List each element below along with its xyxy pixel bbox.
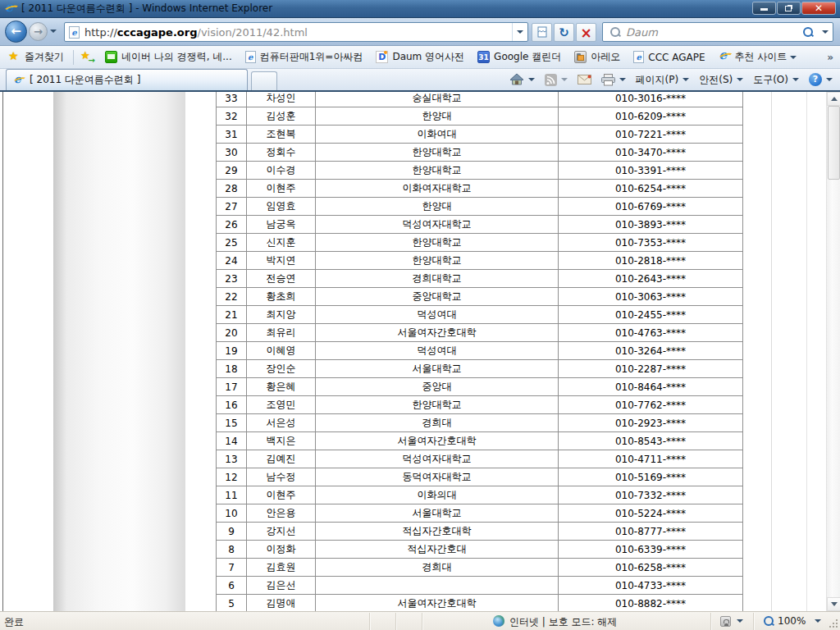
cell-school: 서울여자간호대학: [316, 595, 559, 612]
arrow-up-icon: [831, 97, 838, 101]
cell-no: 9: [217, 523, 247, 541]
search-go-button[interactable]: [798, 23, 818, 41]
scroll-down-button[interactable]: [827, 597, 840, 611]
cell-name: 남수정: [247, 468, 316, 486]
favorites-overflow-chevron[interactable]: »: [820, 52, 840, 63]
chevron-down-icon[interactable]: [815, 619, 821, 623]
naver-icon: [105, 51, 117, 63]
favorites-item[interactable]: Google 캘린더: [471, 48, 568, 66]
cell-school: [316, 577, 559, 595]
page-icon: [69, 26, 80, 39]
favorites-item[interactable]: 네이버 나의 경쟁력, 네...: [98, 48, 239, 66]
feeds-button[interactable]: [541, 71, 572, 89]
attendee-table: 33차성인숭실대학교010-3016-****32김성훈한양대010-6209-…: [216, 92, 743, 611]
window-title: [ 2011 다운여름수련회 ] - Windows Internet Expl…: [21, 2, 272, 16]
search-icon: [609, 26, 621, 38]
cell-no: 7: [217, 559, 247, 577]
favorites-item-label: Google 캘린더: [494, 50, 561, 64]
add-to-favorites-bar-button[interactable]: [77, 48, 98, 66]
favorites-item[interactable]: CCC AGAPE: [627, 48, 711, 66]
google-calendar-icon: [477, 51, 490, 63]
home-button[interactable]: [505, 71, 539, 89]
print-button[interactable]: [597, 71, 630, 89]
cell-name: 임영효: [247, 198, 316, 216]
minimize-button[interactable]: [752, 2, 776, 15]
tools-menu-button[interactable]: 도구(O): [749, 71, 803, 89]
cell-school: 중앙대학교: [316, 288, 559, 306]
ie-logo-icon: [3, 2, 18, 16]
forward-button[interactable]: →: [29, 22, 48, 41]
cell-phone: 010-5224-****: [559, 504, 743, 523]
stop-button[interactable]: ×: [576, 23, 596, 42]
table-row: 28이현주이화여자대학교010-6254-****: [217, 180, 743, 198]
close-button[interactable]: ✕: [801, 2, 836, 15]
cell-school: 서울대학교: [316, 504, 559, 523]
page-menu-button[interactable]: 페이지(P): [632, 71, 694, 89]
cell-phone: 010-7762-****: [559, 396, 743, 414]
help-menu-button[interactable]: ?: [805, 71, 837, 89]
compatibility-page-icon: [536, 26, 548, 39]
favorites-bar: 즐겨찾기 네이버 나의 경쟁력, 네...컴퓨터판매1위=아싸컴Daum 영어사…: [0, 46, 840, 69]
search-dropdown-button[interactable]: [818, 23, 833, 41]
separator: [395, 613, 396, 630]
back-button[interactable]: ←: [5, 21, 27, 43]
search-box[interactable]: Daum: [602, 22, 833, 42]
cell-school: 덕성여대: [316, 306, 559, 324]
close-icon: ✕: [802, 2, 835, 15]
history-dropdown-icon[interactable]: [50, 30, 57, 33]
ie-page-icon: [633, 51, 644, 63]
cell-name: 최지앙: [247, 306, 316, 324]
refresh-icon: ↻: [559, 25, 569, 40]
favorites-item[interactable]: 추천 사이트: [712, 48, 804, 66]
vertical-scrollbar[interactable]: [826, 92, 840, 611]
cell-no: 20: [217, 324, 247, 342]
cell-school: 경희대: [316, 559, 559, 577]
table-row: 19이혜영덕성여대010-3264-****: [217, 342, 743, 360]
chevron-down-icon[interactable]: [737, 619, 743, 623]
cell-school: 서울여자간호대학: [316, 324, 559, 342]
cell-phone: 010-8543-****: [559, 432, 743, 450]
rss-icon: [545, 74, 557, 86]
cell-school: 한양대학교: [316, 144, 559, 162]
table-row: 25신지훈한양대학교010-7353-****: [217, 234, 743, 252]
internet-zone-icon: [493, 615, 504, 627]
favorites-item[interactable]: Daum 영어사전: [369, 48, 471, 66]
tab-active[interactable]: [ 2011 다운여름수련회 ]: [6, 69, 248, 90]
cell-phone: 010-3063-****: [559, 288, 743, 306]
favorites-item[interactable]: 컴퓨터판매1위=아싸컴: [239, 48, 370, 66]
favorites-item-label: 네이버 나의 경쟁력, 네...: [121, 50, 232, 64]
cell-phone: 010-2455-****: [559, 306, 743, 324]
cell-name: 이정화: [247, 541, 316, 559]
refresh-button[interactable]: ↻: [554, 23, 574, 42]
chevron-down-icon: [561, 78, 568, 81]
cell-name: 이현주: [247, 180, 316, 198]
favorites-button[interactable]: 즐겨찾기: [2, 48, 70, 66]
cell-no: 14: [217, 432, 247, 450]
title-bar: [ 2011 다운여름수련회 ] - Windows Internet Expl…: [0, 0, 840, 18]
cell-school: 경희대: [316, 414, 559, 432]
cell-name: 신지훈: [247, 234, 316, 252]
zoom-level[interactable]: 100%: [778, 615, 806, 627]
new-tab-button[interactable]: [251, 71, 277, 90]
read-mail-button[interactable]: [573, 71, 596, 89]
cell-name: 박지연: [247, 252, 316, 270]
scroll-up-button[interactable]: [827, 92, 840, 106]
cell-phone: 010-7332-****: [559, 486, 743, 504]
restore-button[interactable]: [777, 2, 801, 15]
safety-menu-button[interactable]: 안전(S): [695, 71, 747, 89]
address-bar[interactable]: http://cccagape.org/vision/2011/42.html: [64, 22, 528, 42]
cell-no: 31: [217, 126, 247, 144]
table-row: 17황은혜중앙대010-8464-****: [217, 378, 743, 396]
favorites-item-label: CCC AGAPE: [648, 52, 705, 63]
address-dropdown-button[interactable]: [512, 23, 527, 41]
table-row: 32김성훈한양대010-6209-****: [217, 107, 743, 126]
cell-no: 6: [217, 577, 247, 595]
security-status-icon[interactable]: [720, 616, 731, 627]
compatibility-view-button[interactable]: [532, 23, 552, 42]
favorites-item[interactable]: 아레오: [568, 48, 627, 66]
search-placeholder: Daum: [626, 26, 798, 39]
resize-grip[interactable]: [828, 618, 838, 628]
scrollbar-thumb[interactable]: [828, 106, 840, 180]
cell-name: 남궁옥: [247, 216, 316, 234]
cell-phone: 010-2818-****: [559, 252, 743, 270]
